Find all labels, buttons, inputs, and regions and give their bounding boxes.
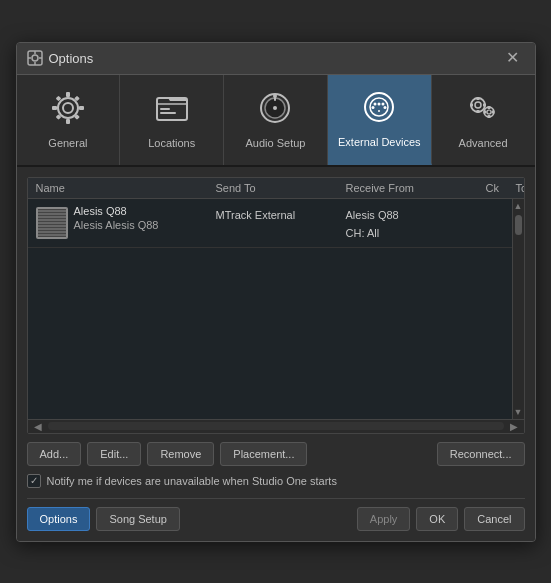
- tab-external-devices[interactable]: External Devices: [328, 75, 432, 165]
- tab-general-label: General: [48, 137, 87, 149]
- svg-point-31: [384, 106, 387, 109]
- col-receive-from: Receive From: [346, 182, 486, 194]
- cancel-button[interactable]: Cancel: [464, 507, 524, 531]
- svg-rect-17: [160, 108, 170, 110]
- svg-point-34: [475, 102, 481, 108]
- svg-rect-42: [488, 115, 491, 118]
- options-title-icon: [27, 50, 43, 66]
- h-scroll-track: [48, 422, 504, 430]
- svg-rect-9: [66, 119, 70, 124]
- tab-advanced[interactable]: Advanced: [432, 75, 535, 165]
- receive-from-sub: CH: All: [346, 227, 380, 239]
- svg-point-7: [63, 103, 73, 113]
- folder-icon: [154, 90, 190, 131]
- svg-rect-37: [477, 97, 480, 100]
- col-send-to: Send To: [216, 182, 346, 194]
- svg-point-1: [32, 55, 38, 61]
- h-scrollbar[interactable]: ◀ ▶: [28, 419, 524, 433]
- knob-icon: [257, 90, 293, 131]
- svg-rect-18: [160, 112, 176, 114]
- table-row[interactable]: Alesis Q88 Alesis Alesis Q88 MTrack Exte…: [28, 199, 524, 249]
- dialog-title: Options: [49, 51, 94, 66]
- options-button[interactable]: Options: [27, 507, 91, 531]
- reconnect-button[interactable]: Reconnect...: [437, 442, 525, 466]
- svg-point-24: [273, 94, 277, 98]
- nav-tabs: General Locations: [17, 75, 535, 167]
- scroll-left-arrow[interactable]: ◀: [30, 421, 46, 432]
- apply-button[interactable]: Apply: [357, 507, 411, 531]
- svg-rect-44: [492, 111, 495, 114]
- device-name-sub: Alesis Alesis Q88: [74, 219, 159, 231]
- svg-rect-40: [483, 104, 486, 107]
- edit-button[interactable]: Edit...: [87, 442, 141, 466]
- table-scroll-area[interactable]: Alesis Q88 Alesis Alesis Q88 MTrack Exte…: [28, 199, 524, 419]
- scroll-right-arrow[interactable]: ▶: [506, 421, 522, 432]
- options-dialog: Options ✕ General: [16, 42, 536, 542]
- svg-point-30: [372, 106, 375, 109]
- svg-point-36: [487, 110, 491, 114]
- table-header: Name Send To Receive From Ck Tc In ▼: [28, 178, 524, 199]
- content-area: Name Send To Receive From Ck Tc In ▼ Ale: [17, 167, 535, 541]
- svg-point-21: [273, 106, 277, 110]
- send-to-cell: MTrack External: [216, 205, 346, 223]
- song-setup-button[interactable]: Song Setup: [96, 507, 180, 531]
- scroll-down-arrow[interactable]: ▼: [514, 405, 523, 419]
- scroll-thumb: [515, 215, 522, 235]
- svg-rect-11: [79, 106, 84, 110]
- device-icon: [36, 207, 68, 239]
- device-name-main: Alesis Q88: [74, 205, 159, 217]
- svg-rect-39: [470, 104, 473, 107]
- table-body: Alesis Q88 Alesis Alesis Q88 MTrack Exte…: [28, 199, 524, 419]
- col-name: Name: [36, 182, 216, 194]
- tab-external-devices-label: External Devices: [338, 136, 421, 148]
- bottom-buttons: Options Song Setup Apply OK Cancel: [27, 498, 525, 531]
- send-to-value: MTrack External: [216, 209, 296, 221]
- col-ck: Ck: [486, 182, 516, 194]
- device-name-cell: Alesis Q88 Alesis Alesis Q88: [36, 205, 216, 239]
- tab-locations[interactable]: Locations: [120, 75, 224, 165]
- placement-button[interactable]: Placement...: [220, 442, 307, 466]
- ok-button[interactable]: OK: [416, 507, 458, 531]
- notify-checkbox-area: ✓ Notify me if devices are unavailable w…: [27, 474, 525, 488]
- tab-audio-setup-label: Audio Setup: [246, 137, 306, 149]
- svg-rect-43: [484, 111, 487, 114]
- svg-rect-38: [477, 110, 480, 113]
- svg-point-28: [378, 103, 381, 106]
- svg-point-29: [382, 103, 385, 106]
- add-button[interactable]: Add...: [27, 442, 82, 466]
- svg-rect-8: [66, 92, 70, 97]
- scroll-up-arrow[interactable]: ▲: [514, 199, 523, 213]
- v-scrollbar[interactable]: ▲ ▼: [512, 199, 524, 419]
- svg-rect-41: [488, 106, 491, 109]
- tab-advanced-label: Advanced: [459, 137, 508, 149]
- midi-icon: [361, 89, 397, 130]
- notify-label: Notify me if devices are unavailable whe…: [47, 475, 337, 487]
- scroll-thumb-area: [513, 213, 524, 405]
- remove-button[interactable]: Remove: [147, 442, 214, 466]
- receive-from-main: Alesis Q88: [346, 209, 399, 221]
- svg-rect-10: [52, 106, 57, 110]
- title-bar-left: Options: [27, 50, 94, 66]
- devices-table: Name Send To Receive From Ck Tc In ▼ Ale: [27, 177, 525, 434]
- gear-icon: [50, 90, 86, 131]
- tab-general[interactable]: General: [17, 75, 121, 165]
- svg-point-27: [374, 103, 377, 106]
- svg-point-32: [378, 110, 380, 112]
- title-bar: Options ✕: [17, 43, 535, 75]
- notify-checkbox[interactable]: ✓: [27, 474, 41, 488]
- action-buttons: Add... Edit... Remove Placement... Recon…: [27, 442, 525, 466]
- tab-audio-setup[interactable]: Audio Setup: [224, 75, 328, 165]
- device-names: Alesis Q88 Alesis Alesis Q88: [74, 205, 159, 231]
- tab-locations-label: Locations: [148, 137, 195, 149]
- col-tc: Tc: [516, 182, 525, 194]
- receive-from-cell: Alesis Q88 CH: All: [346, 205, 486, 242]
- close-button[interactable]: ✕: [500, 48, 525, 68]
- gears-icon: [465, 90, 501, 131]
